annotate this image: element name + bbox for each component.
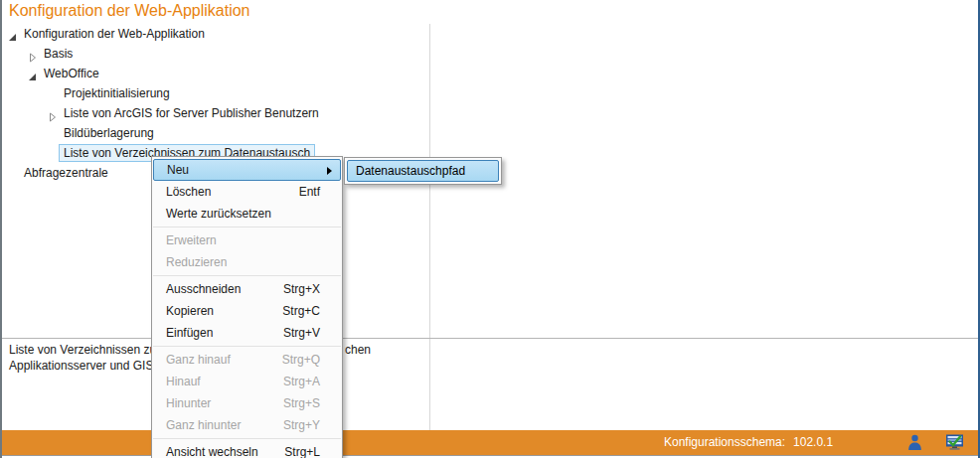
- app-window: Konfiguration der Web-Applikation Konfig…: [0, 0, 980, 458]
- context-submenu: Datenaustauschpfad: [344, 157, 502, 185]
- description-line1-left: Liste von Verzeichnissen zum: [9, 343, 166, 357]
- menu-item-werte-zuruecksetzen[interactable]: Werte zurücksetzen: [152, 203, 342, 225]
- menu-item-label: Hinunter: [166, 396, 283, 410]
- menu-item-label: Löschen: [166, 185, 299, 199]
- tree-item-label: Bildüberlagerung: [64, 123, 154, 143]
- menu-item-label: Ganz hinauf: [166, 353, 282, 367]
- page-title: Konfiguration der Web-Applikation: [9, 2, 250, 20]
- menu-item-shortcut: Strg+A: [283, 375, 320, 388]
- tree-item-basis[interactable]: Basis: [2, 44, 429, 64]
- menu-item-label: Ansicht wechseln: [166, 445, 284, 458]
- tree-item-label: WebOffice: [44, 64, 99, 83]
- menu-separator: [153, 275, 341, 276]
- user-icon[interactable]: [905, 433, 924, 452]
- menu-item-label: Neu: [167, 163, 319, 177]
- menu-item-shortcut: Strg+X: [283, 282, 320, 296]
- monitor-check-icon[interactable]: [945, 433, 964, 452]
- status-bar: Konfigurationsschema:102.0.1: [2, 430, 978, 455]
- menu-item-ausschneiden[interactable]: Ausschneiden Strg+X: [152, 278, 342, 300]
- menu-separator: [153, 227, 341, 228]
- menu-item-einfuegen[interactable]: Einfügen Strg+V: [152, 322, 342, 344]
- configuration-schema-status: Konfigurationsschema:102.0.1: [664, 435, 833, 449]
- menu-separator: [153, 438, 341, 439]
- menu-item-hinauf: Hinauf Strg+A: [152, 371, 342, 392]
- tree-item-arcgis-publisher-benutzer[interactable]: Liste von ArcGIS for Server Publisher Be…: [2, 103, 429, 123]
- schema-label: Konfigurationsschema:: [664, 435, 785, 449]
- menu-item-ansicht-wechseln[interactable]: Ansicht wechseln Strg+L: [152, 441, 342, 458]
- menu-item-label: Kopieren: [166, 304, 282, 318]
- description-line1-right: chen: [345, 343, 371, 357]
- expanded-arrow-icon[interactable]: [28, 69, 38, 78]
- menu-item-shortcut: Strg+Y: [283, 418, 320, 432]
- tree-item-projektinitialisierung[interactable]: Projektinitialisierung: [2, 83, 429, 103]
- menu-item-shortcut: Strg+L: [284, 445, 320, 458]
- submenu-arrow-icon: [327, 167, 332, 175]
- menu-item-erweitern: Erweitern: [152, 229, 342, 251]
- tree-item-label: Abfragezentrale: [24, 163, 108, 183]
- collapsed-arrow-icon[interactable]: [28, 49, 38, 59]
- menu-item-shortcut: Strg+S: [283, 396, 320, 410]
- menu-separator: [153, 346, 341, 347]
- tree-item-root[interactable]: Konfiguration der Web-Applikation: [2, 24, 429, 44]
- description-line2: Applikationsserver und GIS-: [9, 359, 157, 373]
- tree-item-bildueberlagerung[interactable]: Bildüberlagerung: [2, 123, 429, 143]
- tree-item-label: Projektinitialisierung: [64, 83, 170, 103]
- menu-item-label: Erweitern: [166, 233, 320, 247]
- collapsed-arrow-icon[interactable]: [48, 108, 58, 118]
- tree-item-label: Basis: [44, 44, 73, 64]
- menu-item-ganz-hinauf: Ganz hinauf Strg+Q: [152, 349, 342, 371]
- description-panel: Liste von Verzeichnissen zum chen Applik…: [2, 339, 978, 430]
- menu-item-shortcut: Strg+Q: [282, 353, 320, 367]
- menu-item-hinunter: Hinunter Strg+S: [152, 392, 342, 414]
- menu-item-label: Ganz hinunter: [166, 418, 283, 432]
- menu-item-label: Ausschneiden: [166, 282, 283, 296]
- menu-item-label: Hinauf: [166, 375, 283, 388]
- menu-item-shortcut: Entf: [299, 185, 320, 199]
- menu-item-label: Werte zurücksetzen: [166, 207, 320, 221]
- menu-item-kopieren[interactable]: Kopieren Strg+C: [152, 300, 342, 322]
- menu-item-shortcut: Strg+C: [282, 304, 320, 318]
- menu-item-ganz-hinunter: Ganz hinunter Strg+Y: [152, 414, 342, 436]
- submenu-item-datenaustauschpfad[interactable]: Datenaustauschpfad: [347, 160, 499, 182]
- context-menu: Neu Löschen Entf Werte zurücksetzen Erwe…: [151, 156, 343, 458]
- menu-item-label: Reduzieren: [166, 255, 320, 269]
- tree-item-label: Liste von ArcGIS for Server Publisher Be…: [64, 103, 319, 123]
- schema-value: 102.0.1: [793, 435, 833, 449]
- menu-item-label: Einfügen: [166, 326, 283, 340]
- tree-item-label: Konfiguration der Web-Applikation: [24, 24, 205, 44]
- window-bottom-border: [2, 455, 978, 456]
- tree-item-weboffice[interactable]: WebOffice: [2, 64, 429, 83]
- menu-item-shortcut: Strg+V: [283, 326, 320, 340]
- menu-item-reduzieren: Reduzieren: [152, 251, 342, 273]
- expanded-arrow-icon[interactable]: [8, 29, 18, 39]
- menu-item-loeschen[interactable]: Löschen Entf: [152, 181, 342, 203]
- menu-item-neu[interactable]: Neu: [153, 159, 341, 181]
